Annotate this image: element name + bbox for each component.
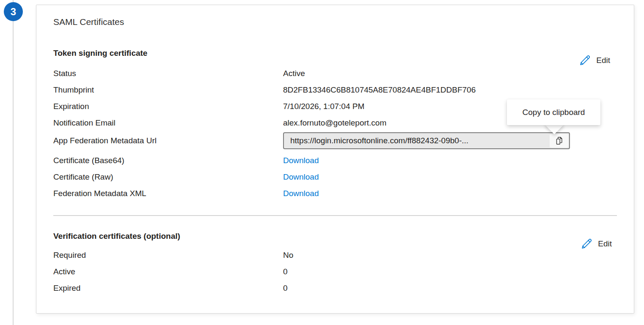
status-row: Status Active xyxy=(53,65,617,82)
expiration-label: Expiration xyxy=(53,102,283,111)
certificate-raw-label: Certificate (Raw) xyxy=(53,172,283,182)
edit-button-label: Edit xyxy=(596,56,610,65)
active-row: Active 0 xyxy=(53,263,617,280)
required-value: No xyxy=(283,251,293,260)
copy-to-clipboard-button[interactable] xyxy=(550,134,568,147)
active-label: Active xyxy=(53,267,283,276)
expiration-value: 7/10/2026, 1:07:04 PM xyxy=(283,102,364,111)
metadata-url-field-wrap xyxy=(283,132,570,149)
certificate-raw-download-link[interactable]: Download xyxy=(283,172,319,182)
step-connector-line xyxy=(13,0,14,325)
expired-label: Expired xyxy=(53,284,283,293)
certificate-base64-download-link[interactable]: Download xyxy=(283,156,319,165)
verification-certificates-rows: Required No Active 0 Expired 0 xyxy=(53,247,617,296)
copy-icon xyxy=(554,136,564,145)
token-signing-certificate-rows: Status Active Thumbprint 8D2FB13346C6B81… xyxy=(53,65,617,202)
notification-email-label: Notification Email xyxy=(53,118,283,128)
app-federation-metadata-url-label: App Federation Metadata Url xyxy=(53,136,283,145)
certificate-raw-row: Certificate (Raw) Download xyxy=(53,169,617,185)
token-signing-certificate-heading: Token signing certificate xyxy=(53,49,147,58)
app-federation-metadata-url-row: App Federation Metadata Url xyxy=(53,131,617,150)
federation-metadata-xml-label: Federation Metadata XML xyxy=(53,189,283,198)
expired-value: 0 xyxy=(283,284,288,293)
certificate-base64-row: Certificate (Base64) Download xyxy=(53,152,617,169)
thumbprint-row: Thumbprint 8D2FB13346C6B810745A8E70824AE… xyxy=(53,82,617,98)
federation-metadata-xml-row: Federation Metadata XML Download xyxy=(53,185,617,202)
thumbprint-value: 8D2FB13346C6B810745A8E70824AE4BF1DDBF706 xyxy=(283,85,476,95)
verification-certificates-heading: Verification certificates (optional) xyxy=(53,232,180,241)
status-label: Status xyxy=(53,69,283,78)
required-row: Required No xyxy=(53,247,617,263)
app-federation-metadata-url-input[interactable] xyxy=(283,132,570,149)
step-number-badge: 3 xyxy=(4,2,23,21)
copy-to-clipboard-tooltip: Copy to clipboard xyxy=(507,99,600,125)
federation-metadata-xml-download-link[interactable]: Download xyxy=(283,189,319,198)
edit-token-signing-certificate-button[interactable]: Edit xyxy=(579,55,610,66)
section-divider xyxy=(53,215,617,216)
active-value: 0 xyxy=(283,267,288,276)
panel-title: SAML Certificates xyxy=(53,17,124,27)
certificate-base64-label: Certificate (Base64) xyxy=(53,156,283,165)
thumbprint-label: Thumbprint xyxy=(53,85,283,95)
required-label: Required xyxy=(53,251,283,260)
pencil-icon xyxy=(579,55,591,66)
expired-row: Expired 0 xyxy=(53,280,617,296)
notification-email-value: alex.fornuto@goteleport.com xyxy=(283,118,386,128)
status-value: Active xyxy=(283,69,305,78)
saml-certificates-panel: SAML Certificates Token signing certific… xyxy=(36,5,634,314)
